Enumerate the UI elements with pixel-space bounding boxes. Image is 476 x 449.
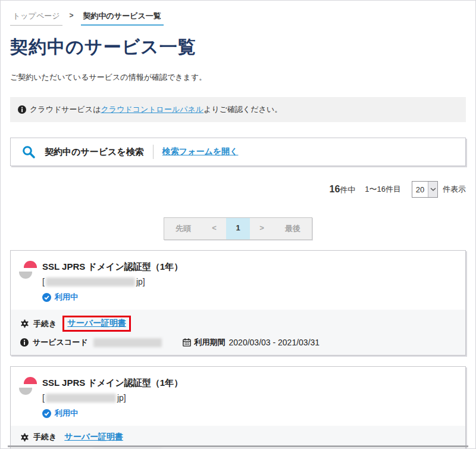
results-range: 1〜16件目: [365, 184, 401, 195]
procedure-label: 手続き: [33, 319, 57, 329]
service-info-row: サービスコード 利用期間 2020/03/03 - 2021/03/31: [20, 337, 457, 348]
usage-period-group: 利用期間 2020/03/03 - 2021/03/31: [183, 337, 320, 348]
next-section-edge: [8, 445, 468, 447]
calendar-icon: [183, 338, 191, 347]
pagination-next-button[interactable]: >: [250, 218, 274, 239]
open-search-form-link[interactable]: 検索フォームを開く: [162, 146, 239, 157]
service-title: SSL JPRS ドメイン認証型（1年）: [42, 376, 183, 389]
service-card: SSL JPRS ドメイン認証型（1年） [ jp] 利用中: [10, 250, 466, 356]
results-total-number: 16: [330, 184, 340, 194]
notice-text: クラウドサービスはクラウドコントロールパネルよりご確認ください。: [30, 104, 282, 115]
pagination-first-button[interactable]: 先頭: [164, 218, 202, 239]
gear-icon: [20, 433, 29, 442]
service-status: 利用中: [42, 292, 183, 303]
procedure-label: 手続き: [33, 432, 57, 442]
breadcrumb-separator: >: [70, 11, 74, 20]
service-logo-icon: [19, 261, 37, 279]
page-description: ご契約いただいているサービスの情報が確認できます。: [10, 72, 466, 83]
service-domain: [ jp]: [42, 277, 183, 286]
annotation-highlight-box: サーバー証明書: [62, 316, 131, 332]
server-certificate-link[interactable]: サーバー証明書: [67, 318, 126, 328]
domain-bracket-open: [: [42, 277, 45, 286]
cloud-control-panel-link[interactable]: クラウドコントロールパネル: [101, 105, 203, 114]
pagination-prev-button[interactable]: <: [202, 218, 226, 239]
chevron-down-icon: [428, 182, 437, 197]
pagination-wrap: 先頭 < 1 > 最後: [10, 217, 466, 240]
info-icon: [20, 338, 29, 347]
status-badge: 利用中: [55, 292, 78, 303]
service-title: SSL JPRS ドメイン認証型（1年）: [42, 260, 183, 273]
contracted-services-page: トップページ > 契約中のサービス一覧 契約中のサービス一覧 ご契約いただいてい…: [1, 11, 475, 449]
per-page-value: 20: [412, 182, 428, 197]
service-search-bar: 契約中のサービスを検索 検索フォームを開く: [10, 138, 466, 166]
procedure-row: 手続き サーバー証明書: [20, 432, 457, 442]
redacted-domain: [46, 394, 116, 403]
notice-text-after: よりご確認ください。: [203, 105, 282, 114]
status-badge: 利用中: [55, 408, 78, 419]
usage-period-label: 利用期間: [195, 337, 226, 348]
check-circle-icon: [42, 293, 51, 302]
service-code-label: サービスコード: [33, 337, 88, 348]
service-domain: [ jp]: [42, 393, 183, 403]
service-card: SSL JPRS ドメイン認証型（1年） [ jp] 利用中: [10, 366, 466, 449]
usage-period-value: 2020/03/03 - 2021/03/31: [229, 338, 320, 347]
pagination-last-button[interactable]: 最後: [274, 218, 312, 239]
check-circle-icon: [42, 409, 51, 418]
search-label: 契約中のサービスを検索: [45, 146, 144, 158]
service-card-body: SSL JPRS ドメイン認証型（1年） [ jp] 利用中: [11, 251, 465, 310]
pagination: 先頭 < 1 > 最後: [164, 217, 312, 240]
cloud-service-notice: クラウドサービスはクラウドコントロールパネルよりご確認ください。: [10, 97, 466, 122]
search-icon: [21, 145, 36, 159]
info-icon: [18, 105, 26, 114]
pagination-current-page: 1: [226, 218, 250, 239]
domain-bracket-open: [: [42, 393, 45, 403]
redacted-service-code: [93, 338, 162, 347]
notice-text-before: クラウドサービスは: [30, 105, 101, 114]
divider: [153, 145, 154, 159]
redacted-domain: [46, 277, 135, 286]
domain-suffix: jp]: [117, 393, 126, 403]
gear-icon: [20, 319, 29, 328]
service-logo-icon: [19, 377, 37, 395]
per-page-unit: 件表示: [443, 184, 466, 195]
domain-suffix: jp]: [136, 277, 145, 286]
per-page-select[interactable]: 20: [412, 181, 438, 198]
service-card-footer: 手続き サーバー証明書 サービスコード 利用期間 2020/03/03 - 20…: [11, 310, 465, 355]
breadcrumb-home-link[interactable]: トップページ: [10, 11, 62, 26]
service-status: 利用中: [42, 408, 183, 419]
breadcrumb-current: 契約中のサービス一覧: [81, 11, 164, 26]
results-total: 16件中: [330, 184, 356, 195]
results-total-unit: 件中: [340, 185, 355, 194]
procedure-row: 手続き サーバー証明書: [20, 316, 457, 332]
breadcrumb: トップページ > 契約中のサービス一覧: [10, 11, 466, 26]
results-summary-row: 16件中 1〜16件目 20 件表示: [10, 181, 466, 198]
page-title: 契約中のサービス一覧: [10, 35, 466, 60]
service-card-body: SSL JPRS ドメイン認証型（1年） [ jp] 利用中: [11, 367, 465, 426]
server-certificate-link[interactable]: サーバー証明書: [64, 432, 123, 442]
